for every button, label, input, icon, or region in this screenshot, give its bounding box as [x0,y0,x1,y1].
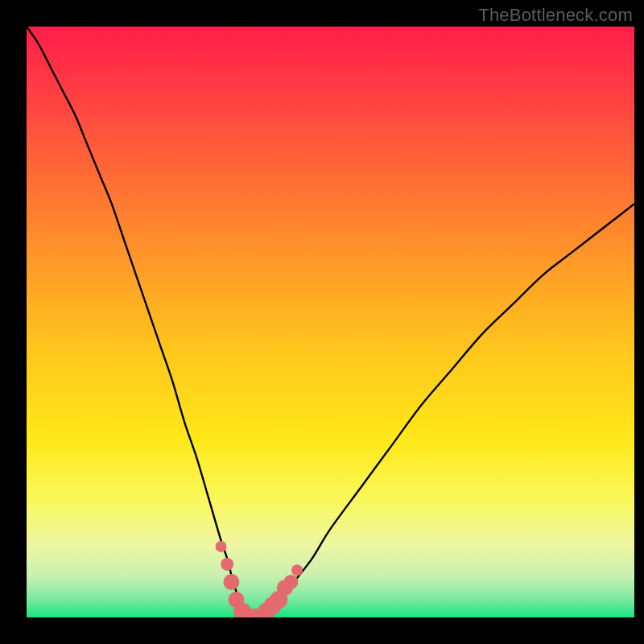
watermark-text: TheBottleneck.com [478,5,633,26]
bottleneck-chart [0,0,644,644]
marker-dot [283,575,298,589]
chart-stage: { "watermark": "TheBottleneck.com", "fra… [0,0,644,644]
marker-dot [291,564,303,576]
marker-dot [223,574,239,590]
marker-dot [221,558,233,571]
marker-dot [216,541,227,552]
